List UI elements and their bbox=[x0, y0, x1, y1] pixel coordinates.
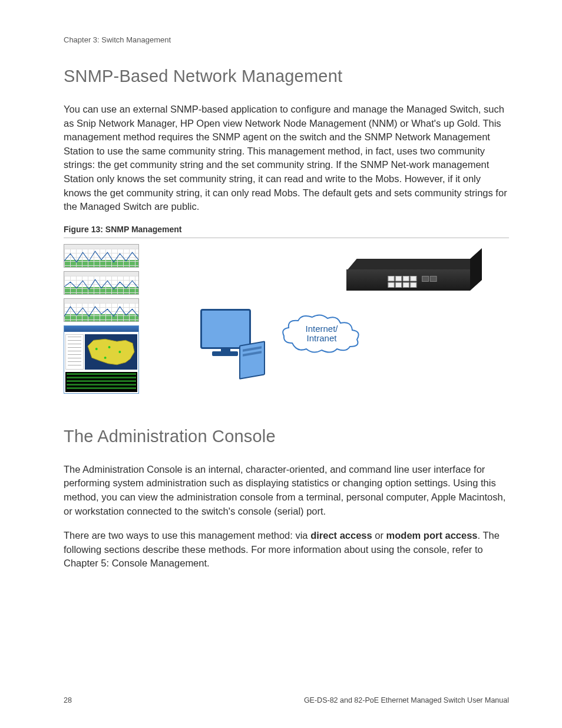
admin-console-p1: The Administration Console is an interna… bbox=[64, 463, 509, 518]
p2-bold-direct-access: direct access bbox=[310, 530, 372, 541]
cloud-label-line1: Internet/ bbox=[305, 324, 338, 334]
p2-text-mid: or bbox=[372, 530, 386, 541]
svg-point-1 bbox=[108, 346, 111, 348]
doc-title: GE-DS-82 and 82-PoE Ethernet Managed Swi… bbox=[304, 696, 509, 704]
monitor-icon bbox=[200, 309, 251, 349]
console-titlebar bbox=[64, 326, 138, 332]
snmp-chart-2 bbox=[64, 271, 139, 295]
tower-icon bbox=[239, 341, 265, 380]
snmp-console-window bbox=[64, 325, 139, 394]
figure-caption: Figure 13: SNMP Management bbox=[64, 225, 509, 234]
chapter-label: Chapter 3: Switch Management bbox=[64, 35, 509, 44]
switch-top bbox=[348, 259, 480, 269]
computer-icon bbox=[200, 309, 265, 380]
snmp-chart-stack bbox=[64, 244, 140, 394]
page-number: 28 bbox=[64, 696, 72, 704]
heading-snmp: SNMP-Based Network Management bbox=[64, 67, 509, 86]
console-map bbox=[85, 334, 137, 370]
console-log bbox=[65, 372, 137, 392]
console-tree bbox=[65, 334, 84, 370]
p2-text-pre: There are two ways to use this managemen… bbox=[64, 530, 310, 541]
svg-point-3 bbox=[104, 357, 107, 359]
cloud-label: Internet/ Intranet bbox=[280, 324, 363, 343]
cloud-icon: Internet/ Intranet bbox=[280, 314, 363, 355]
cloud-label-line2: Intranet bbox=[307, 333, 337, 343]
svg-point-2 bbox=[118, 351, 121, 353]
monitor-base bbox=[212, 351, 238, 356]
switch-icon bbox=[346, 259, 482, 300]
figure-rule bbox=[64, 238, 509, 238]
svg-point-0 bbox=[95, 348, 98, 350]
switch-side bbox=[470, 248, 482, 291]
snmp-chart-1 bbox=[64, 244, 139, 268]
heading-admin-console: The Administration Console bbox=[64, 427, 509, 446]
admin-console-p2: There are two ways to use this managemen… bbox=[64, 529, 509, 571]
snmp-paragraph: You can use an external SNMP-based appli… bbox=[64, 103, 509, 214]
p2-bold-modem-port: modem port access bbox=[386, 530, 478, 541]
page-footer: 28 GE-DS-82 and 82-PoE Ethernet Managed … bbox=[64, 696, 509, 704]
cable-cloud-to-switch bbox=[358, 328, 408, 331]
figure-snmp-management: Internet/ Intranet bbox=[64, 244, 488, 397]
snmp-chart-3 bbox=[64, 298, 139, 322]
switch-ports bbox=[388, 276, 437, 288]
